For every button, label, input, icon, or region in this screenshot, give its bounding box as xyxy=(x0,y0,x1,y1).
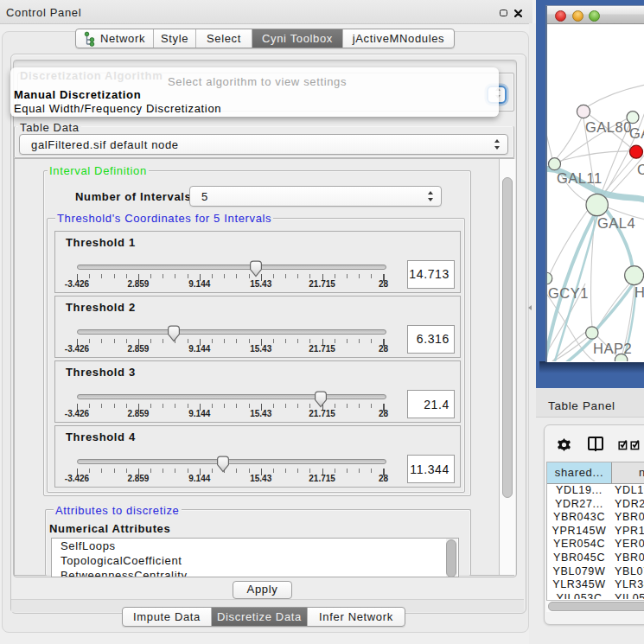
svg-text:GAL80: GAL80 xyxy=(585,119,632,135)
svg-text:GCY1: GCY1 xyxy=(548,285,589,301)
svg-text:GA: GA xyxy=(629,125,644,141)
svg-text:GAL4: GAL4 xyxy=(597,215,635,231)
svg-text:GAL11: GAL11 xyxy=(557,170,603,186)
svg-text:H: H xyxy=(634,284,644,300)
svg-text:C: C xyxy=(637,162,644,177)
svg-text:HAP2: HAP2 xyxy=(593,341,632,356)
